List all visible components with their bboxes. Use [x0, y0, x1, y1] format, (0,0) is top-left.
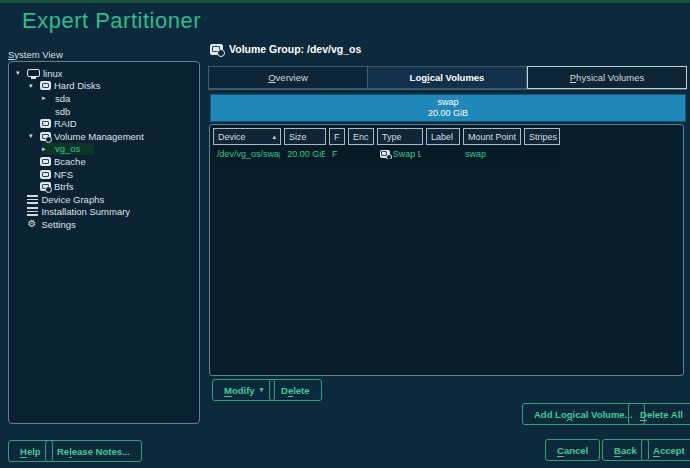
tree-item-sda[interactable]: ▸ sda [9, 92, 199, 105]
column-header-enc[interactable]: Enc [348, 128, 374, 145]
delete-button[interactable]: Delete [269, 379, 322, 401]
delete-all-button[interactable]: Delete All [628, 403, 690, 425]
tree-item-label: Settings [41, 219, 75, 230]
cell-mount-point: swap [461, 149, 518, 159]
tree-item-raid[interactable]: RAID [9, 117, 199, 130]
tab-bar: Overview Logical Volumes Physical Volume… [208, 66, 687, 90]
tree-item-vg-os[interactable]: ▸ vg_os [9, 143, 199, 156]
tree-item-settings[interactable]: ⚙ Settings [9, 218, 199, 231]
expander-open-icon[interactable]: ▾ [29, 81, 39, 91]
cell-device: /dev/vg_os/swap [213, 149, 280, 159]
tree-item-btrfs[interactable]: Btrfs [9, 180, 199, 193]
tree-item-label: vg_os [55, 143, 80, 154]
panel-heading-text: Volume Group: /dev/vg_os [229, 43, 361, 55]
lvm-disk-icon [40, 132, 51, 141]
column-header-label[interactable]: Label [426, 128, 460, 145]
tree-item-label: Installation Summary [41, 206, 130, 217]
system-view-tree[interactable]: ▾ linux ▾ Hard Disks ▸ sda sdb RAID ▾ Vo… [8, 61, 200, 424]
tree-item-label: Bcache [54, 156, 86, 167]
disk-icon [40, 157, 51, 166]
tree-item-label: Btrfs [54, 181, 74, 192]
computer-icon [27, 69, 40, 77]
tab-physical-volumes[interactable]: Physical Volumes [527, 66, 687, 89]
tree-item-linux[interactable]: ▾ linux [9, 67, 199, 80]
bar-volume-size: 20.00 GiB [428, 108, 468, 119]
cancel-button[interactable]: Cancel [545, 439, 600, 461]
tree-item-label: sdb [55, 106, 70, 117]
tab-overview[interactable]: Overview [208, 66, 368, 89]
sort-ascending-icon: ▴ [266, 133, 276, 141]
column-header-stripes[interactable]: Stripes [524, 128, 560, 145]
tree-item-bcache[interactable]: Bcache [9, 155, 199, 168]
cell-size: 20.00 GiB [283, 149, 325, 159]
column-header-type[interactable]: Type [377, 128, 423, 145]
table-row[interactable]: /dev/vg_os/swap 20.00 GiB F Swap LV swap [213, 146, 560, 161]
selected-highlight: ▸ vg_os [42, 143, 94, 156]
chevron-down-icon: ▾ [260, 386, 264, 394]
tree-item-label: linux [43, 68, 63, 79]
add-logical-volume-button[interactable]: Add Logical Volume... [522, 403, 645, 425]
expander-closed-icon[interactable]: ▸ [42, 144, 52, 154]
cell-type: Swap LV [376, 149, 422, 159]
tree-item-hard-disks[interactable]: ▾ Hard Disks [9, 80, 199, 93]
tree-item-sdb[interactable]: sdb [9, 105, 199, 118]
tree-item-label: Hard Disks [54, 80, 100, 91]
accept-button[interactable]: Accept [641, 439, 690, 461]
bar-volume-name: swap [437, 97, 458, 108]
column-header-f[interactable]: F [329, 128, 345, 145]
tree-item-label: sda [55, 93, 70, 104]
summary-list-icon [27, 207, 38, 216]
tree-item-nfs[interactable]: NFS [9, 168, 199, 181]
disk-icon [40, 81, 51, 90]
tree-item-label: Volume Management [54, 131, 144, 142]
expander-open-icon[interactable]: ▾ [16, 68, 26, 78]
tab-logical-volumes[interactable]: Logical Volumes [368, 66, 527, 89]
system-view-label: System View [8, 49, 63, 60]
tree-item-label: Device Graphs [41, 194, 104, 205]
page-title: Expert Partitioner [22, 8, 201, 34]
btrfs-disk-icon [40, 182, 51, 191]
nfs-disk-icon [40, 170, 51, 179]
volume-group-icon [210, 44, 223, 55]
graph-list-icon [27, 195, 38, 204]
release-notes-button[interactable]: Release Notes... [45, 440, 142, 462]
modify-button[interactable]: Modify ▾ [212, 379, 275, 401]
table-header-row: Device ▴ Size F Enc Type Label Mount Poi… [213, 128, 683, 145]
disk-icon [40, 119, 51, 128]
expander-open-icon[interactable]: ▾ [29, 131, 39, 141]
tree-item-installation-summary[interactable]: Installation Summary [9, 206, 199, 219]
swap-lv-icon [380, 150, 390, 158]
expander-closed-icon[interactable]: ▸ [42, 93, 52, 103]
volume-usage-bar[interactable]: swap 20.00 GiB [210, 94, 686, 122]
tree-item-volume-management[interactable]: ▾ Volume Management [9, 130, 199, 143]
cell-f: F [328, 149, 344, 159]
column-header-device[interactable]: Device ▴ [213, 128, 281, 145]
tree-item-label: RAID [54, 118, 77, 129]
gear-icon: ⚙ [27, 219, 38, 230]
column-header-size[interactable]: Size [284, 128, 326, 145]
window-top-accent [0, 0, 690, 3]
column-header-mount-point[interactable]: Mount Point [463, 128, 521, 145]
panel-heading: Volume Group: /dev/vg_os [210, 43, 361, 55]
tree-item-label: NFS [54, 169, 73, 180]
tree-item-device-graphs[interactable]: Device Graphs [9, 193, 199, 206]
logical-volumes-table[interactable]: Device ▴ Size F Enc Type Label Mount Poi… [209, 124, 684, 376]
